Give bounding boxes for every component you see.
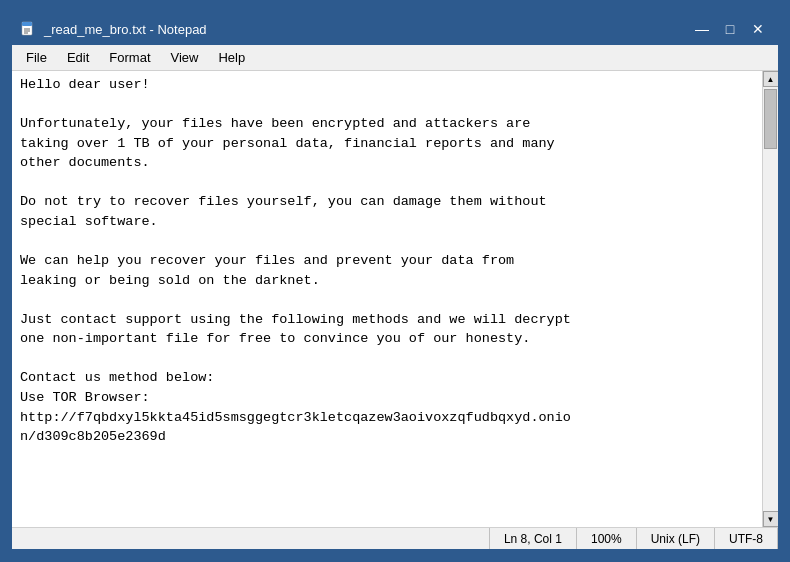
status-position: Ln 8, Col 1 [490, 528, 577, 549]
scroll-track[interactable] [763, 87, 778, 511]
title-bar-left: _read_me_bro.txt - Notepad [20, 21, 207, 37]
scrollbar[interactable]: ▲ ▼ [762, 71, 778, 527]
menu-view[interactable]: View [161, 47, 209, 68]
minimize-button[interactable]: — [690, 19, 714, 39]
menu-file[interactable]: File [16, 47, 57, 68]
window-title: _read_me_bro.txt - Notepad [44, 22, 207, 37]
app-icon [20, 21, 36, 37]
text-editor[interactable] [12, 71, 762, 527]
notepad-window: _read_me_bro.txt - Notepad — □ ✕ File Ed… [10, 11, 780, 551]
maximize-button[interactable]: □ [718, 19, 742, 39]
title-bar: _read_me_bro.txt - Notepad — □ ✕ [12, 13, 778, 45]
status-bar: Ln 8, Col 1 100% Unix (LF) UTF-8 [12, 527, 778, 549]
menu-format[interactable]: Format [99, 47, 160, 68]
status-encoding: UTF-8 [715, 528, 778, 549]
close-button[interactable]: ✕ [746, 19, 770, 39]
title-controls: — □ ✕ [690, 19, 770, 39]
menu-help[interactable]: Help [208, 47, 255, 68]
scroll-up-button[interactable]: ▲ [763, 71, 779, 87]
scroll-down-button[interactable]: ▼ [763, 511, 779, 527]
svg-rect-1 [22, 22, 32, 26]
status-empty [12, 528, 490, 549]
menu-edit[interactable]: Edit [57, 47, 99, 68]
menu-bar: File Edit Format View Help [12, 45, 778, 71]
status-line-ending: Unix (LF) [637, 528, 715, 549]
editor-area: ▲ ▼ [12, 71, 778, 527]
scroll-thumb[interactable] [764, 89, 777, 149]
status-zoom: 100% [577, 528, 637, 549]
